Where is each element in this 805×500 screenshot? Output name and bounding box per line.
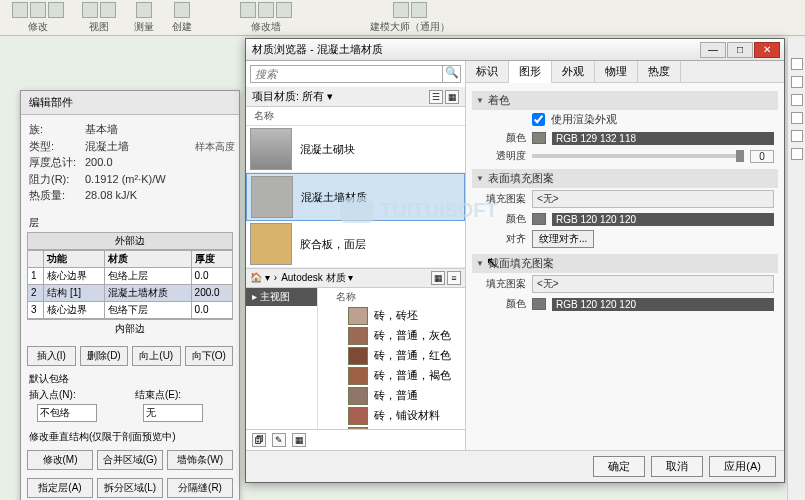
sweep-button[interactable]: 墙饰条(W) <box>167 450 233 470</box>
dock-icon[interactable] <box>791 148 803 160</box>
assign-button[interactable]: 指定层(A) <box>27 478 93 498</box>
library-item[interactable]: 砖，普通，灰色 <box>318 326 465 346</box>
material-swatch <box>348 307 368 325</box>
surface-pattern-header[interactable]: 表面填充图案 <box>472 169 778 188</box>
table-row[interactable]: 1核心边界包络上层0.0 <box>28 267 233 284</box>
dock-icon[interactable] <box>791 94 803 106</box>
minimize-button[interactable]: — <box>700 42 726 58</box>
up-button[interactable]: 向上(U) <box>132 346 181 366</box>
dock-icon[interactable] <box>791 58 803 70</box>
library-crumb[interactable]: Autodesk 材质 ▾ <box>281 271 353 285</box>
modify-button[interactable]: 修改(M) <box>27 450 93 470</box>
cancel-button[interactable]: 取消 <box>651 456 703 477</box>
color-value[interactable]: RGB 129 132 118 <box>552 132 774 145</box>
dock-icon[interactable] <box>791 76 803 88</box>
delete-button[interactable]: 删除(D) <box>80 346 129 366</box>
color-swatch[interactable] <box>532 298 546 310</box>
end-point-combo[interactable]: 无 <box>143 404 203 422</box>
library-item[interactable]: 砖，普通 <box>318 386 465 406</box>
material-item[interactable]: 混凝土砌块 <box>246 126 465 173</box>
apply-button[interactable]: 应用(A) <box>709 456 776 477</box>
ribbon-group: 修改 <box>6 2 70 34</box>
cut-pattern-header[interactable]: 截面填充图案 <box>472 254 778 273</box>
insert-button[interactable]: 插入(I) <box>27 346 76 366</box>
reveal-button[interactable]: 分隔缝(R) <box>167 478 233 498</box>
ribbon-icon[interactable] <box>258 2 274 18</box>
dock-icon[interactable] <box>791 112 803 124</box>
split-button[interactable]: 拆分区域(L) <box>97 478 163 498</box>
sample-height-label: 样本高度 <box>195 139 235 154</box>
ribbon-group: 视图 <box>76 2 122 34</box>
surface-color-value[interactable]: RGB 120 120 120 <box>552 213 774 226</box>
tab-appearance[interactable]: 外观 <box>552 61 595 82</box>
material-swatch <box>250 128 292 170</box>
library-item[interactable]: 砖，铺设材料 <box>318 406 465 426</box>
cut-fill-value[interactable]: <无> <box>532 275 774 293</box>
ribbon-icon[interactable] <box>82 2 98 18</box>
ribbon-icon[interactable] <box>48 2 64 18</box>
shading-header[interactable]: ▾ 着色着色 <box>472 91 778 110</box>
ribbon-icon[interactable] <box>136 2 152 18</box>
down-button[interactable]: 向下(O) <box>185 346 234 366</box>
outer-edge-label: 外部边 <box>27 232 233 250</box>
table-row[interactable]: 2结构 [1]混凝土墙材质200.0 <box>28 284 233 301</box>
tab-identity[interactable]: 标识 <box>466 61 509 82</box>
transparency-value[interactable]: 0 <box>750 150 774 163</box>
ribbon-group: 建模大师（通用） <box>364 2 456 34</box>
tab-graphics[interactable]: 图形 <box>509 61 552 83</box>
material-item[interactable]: 胶合板，面层 <box>246 221 465 268</box>
dialog-title: 材质浏览器 - 混凝土墙材质 <box>250 42 699 57</box>
table-row[interactable]: 3核心边界包络下层0.0 <box>28 301 233 318</box>
ribbon-icon[interactable] <box>240 2 256 18</box>
ribbon: 修改 视图 测量 创建 修改墙 建模大师（通用） <box>0 0 805 36</box>
color-swatch[interactable] <box>532 213 546 225</box>
home-icon[interactable]: 🏠 ▾ <box>250 272 270 283</box>
inner-edge-label: 内部边 <box>27 319 233 338</box>
ribbon-icon[interactable] <box>174 2 190 18</box>
search-input[interactable] <box>250 65 443 83</box>
transparency-slider[interactable] <box>532 154 744 158</box>
view-list-icon[interactable]: ☰ <box>429 90 443 104</box>
tab-thermal[interactable]: 热度 <box>638 61 681 82</box>
close-button[interactable]: ✕ <box>754 42 780 58</box>
merge-button[interactable]: 合并区域(G) <box>97 450 163 470</box>
lib-list-icon[interactable]: ≡ <box>447 271 461 285</box>
ribbon-icon[interactable] <box>411 2 427 18</box>
insert-point-combo[interactable]: 不包络 <box>37 404 97 422</box>
material-left-panel: 🔍 项目材质: 所有 ▾ ☰ ▦ 名称 混凝土砌块 混凝土墙材质 胶合板，面层 … <box>246 61 466 450</box>
duplicate-icon[interactable]: ✎ <box>272 433 286 447</box>
ribbon-group: 修改墙 <box>234 2 298 34</box>
search-icon[interactable]: 🔍 <box>443 65 461 83</box>
view-grid-icon[interactable]: ▦ <box>445 90 459 104</box>
ribbon-icon[interactable] <box>276 2 292 18</box>
maximize-button[interactable]: □ <box>727 42 753 58</box>
ok-button[interactable]: 确定 <box>593 456 645 477</box>
ribbon-icon[interactable] <box>393 2 409 18</box>
ribbon-group: 测量 <box>128 2 160 34</box>
library-material-list: 砖，砖坯 砖，普通，灰色 砖，普通，红色 砖，普通，褐色 砖，普通 砖，铺设材料… <box>318 306 465 430</box>
project-materials-label[interactable]: 项目材质: 所有 ▾ <box>252 89 333 104</box>
library-item[interactable]: 砖，砖坯 <box>318 306 465 326</box>
use-render-checkbox[interactable] <box>532 113 545 126</box>
dock-icon[interactable] <box>791 130 803 142</box>
new-material-icon[interactable]: 🗐 <box>252 433 266 447</box>
ribbon-icon[interactable] <box>30 2 46 18</box>
right-dock-strip <box>787 38 805 500</box>
ribbon-icon[interactable] <box>100 2 116 18</box>
library-tree-item[interactable]: ▸ 主视图 <box>246 288 317 306</box>
project-material-list: 混凝土砌块 混凝土墙材质 胶合板，面层 <box>246 126 465 268</box>
ribbon-icon[interactable] <box>12 2 28 18</box>
lib-view-icon[interactable]: ▦ <box>431 271 445 285</box>
delete-mat-icon[interactable]: ▦ <box>292 433 306 447</box>
color-swatch[interactable] <box>532 132 546 144</box>
material-item[interactable]: 混凝土墙材质 <box>246 173 465 221</box>
surface-fill-value[interactable]: <无> <box>532 190 774 208</box>
library-item[interactable]: 砖，普通，红色 <box>318 346 465 366</box>
cut-color-value[interactable]: RGB 120 120 120 <box>552 298 774 311</box>
tab-physical[interactable]: 物理 <box>595 61 638 82</box>
library-item[interactable]: 砖，普通，褐色 <box>318 366 465 386</box>
titlebar[interactable]: 材质浏览器 - 混凝土墙材质 — □ ✕ <box>246 39 784 61</box>
material-swatch <box>348 327 368 345</box>
texture-align-button[interactable]: 纹理对齐... <box>532 230 594 248</box>
material-swatch <box>348 407 368 425</box>
